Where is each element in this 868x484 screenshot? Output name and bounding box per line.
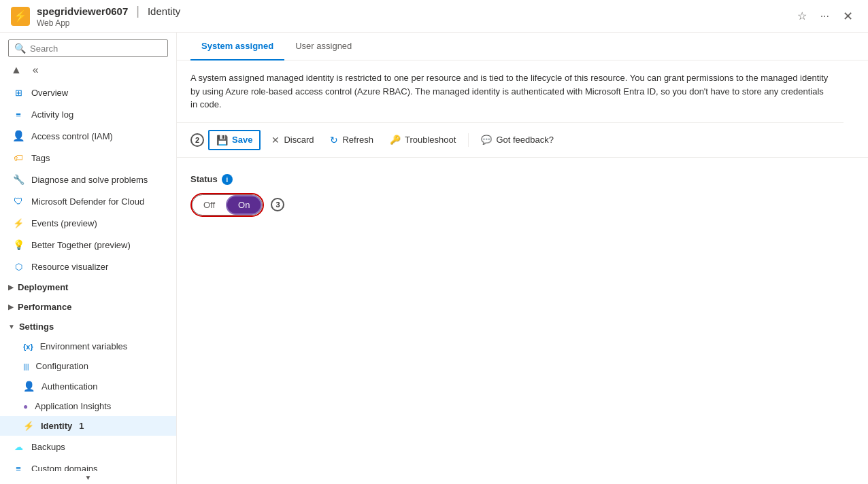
- top-bar: ⚡ spegridviewer0607 | Identity Web App ☆…: [0, 0, 868, 33]
- sidebar-item-defender[interactable]: 🛡 Microsoft Defender for Cloud: [0, 190, 176, 212]
- troubleshoot-label: Troubleshoot: [405, 135, 456, 145]
- events-icon: ⚡: [12, 217, 24, 229]
- sidebar-item-access-control[interactable]: 👤 Access control (IAM): [0, 125, 176, 147]
- sidebar-item-overview[interactable]: ⊞ Overview: [0, 82, 176, 103]
- sidebar-item-tags[interactable]: 🏷 Tags: [0, 147, 176, 169]
- sidebar-item-env-vars[interactable]: {x} Environment variables: [0, 336, 176, 356]
- nav-up-button[interactable]: ▲: [8, 63, 24, 77]
- sidebar-item-label-tags: Tags: [31, 153, 50, 163]
- title-separator: |: [136, 4, 139, 18]
- settings-chevron: ▼: [8, 323, 15, 330]
- better-together-icon: 💡: [12, 239, 24, 251]
- toggle-on-label[interactable]: On: [226, 195, 262, 215]
- top-bar-title-group: spegridviewer0607 | Identity Web App: [37, 4, 180, 28]
- sidebar-item-identity[interactable]: ⚡ Identity 1: [0, 416, 176, 436]
- resource-icon: ⚡: [11, 7, 30, 26]
- sidebar-group-label-performance: Performance: [18, 302, 71, 312]
- save-button[interactable]: 💾 Save: [208, 130, 261, 150]
- tab-system-assigned-label: System assigned: [201, 41, 273, 51]
- discard-button[interactable]: ✕ Discard: [265, 131, 320, 149]
- feedback-label: Got feedback?: [496, 135, 554, 145]
- sidebar-identity-step-badge: 1: [79, 421, 84, 431]
- resource-name: spegridviewer0607: [37, 5, 128, 17]
- close-button[interactable]: ✕: [839, 6, 857, 27]
- sidebar-item-label-resource-visualizer: Resource visualizer: [31, 262, 108, 272]
- nav-collapse-button[interactable]: «: [30, 63, 41, 77]
- access-control-icon: 👤: [12, 130, 24, 142]
- authentication-icon: 👤: [23, 381, 35, 392]
- search-container[interactable]: 🔍: [8, 39, 168, 57]
- toggle-wrapper: Off On: [190, 193, 264, 217]
- feedback-button[interactable]: 💬 Got feedback?: [474, 131, 561, 148]
- sidebar-item-custom-domains[interactable]: ≡ Custom domains: [0, 457, 176, 471]
- sidebar-item-diagnose[interactable]: 🔧 Diagnose and solve problems: [0, 169, 176, 190]
- main-content: System assigned User assigned A system a…: [177, 33, 868, 484]
- overview-icon: ⊞: [12, 86, 24, 99]
- sidebar-item-label-identity: Identity: [41, 421, 72, 431]
- sidebar-item-app-insights[interactable]: ● Application Insights: [0, 396, 176, 416]
- tab-user-assigned[interactable]: User assigned: [284, 33, 363, 60]
- discard-label: Discard: [284, 135, 314, 145]
- tab-user-assigned-label: User assigned: [295, 41, 352, 51]
- sidebar-item-label-custom-domains: Custom domains: [31, 464, 98, 472]
- sidebar-item-configuration[interactable]: ||| Configuration: [0, 356, 176, 376]
- sidebar-scroll-down[interactable]: ▼: [0, 471, 176, 484]
- sidebar-group-performance[interactable]: ▶ Performance: [0, 297, 176, 317]
- sidebar: 🔍 ▲ « ⊞ Overview ≡ Activity log 👤 Access…: [0, 33, 177, 484]
- content-description: A system assigned managed identity is re…: [177, 60, 844, 123]
- refresh-icon: ↻: [330, 135, 338, 145]
- content-tabs: System assigned User assigned: [177, 33, 868, 60]
- status-section: Status i Off On 3: [190, 174, 854, 217]
- sidebar-item-label-configuration: Configuration: [36, 361, 88, 371]
- sidebar-group-label-settings: Settings: [19, 322, 54, 332]
- sidebar-item-label-authentication: Authentication: [41, 381, 97, 392]
- identity-icon: ⚡: [23, 421, 34, 431]
- sidebar-group-label-deployment: Deployment: [18, 282, 68, 292]
- deployment-chevron: ▶: [8, 283, 14, 291]
- app-insights-icon: ●: [23, 402, 28, 411]
- troubleshoot-button[interactable]: 🔑 Troubleshoot: [383, 131, 463, 148]
- resource-icon-glyph: ⚡: [14, 10, 27, 22]
- sidebar-item-activity-log[interactable]: ≡ Activity log: [0, 103, 176, 125]
- sidebar-item-label-env-vars: Environment variables: [40, 341, 128, 351]
- sidebar-items: ⊞ Overview ≡ Activity log 👤 Access contr…: [0, 82, 176, 471]
- favorite-button[interactable]: ☆: [793, 7, 811, 25]
- troubleshoot-icon: 🔑: [390, 135, 401, 145]
- tab-system-assigned[interactable]: System assigned: [190, 33, 284, 60]
- resource-visualizer-icon: ⬡: [12, 260, 24, 273]
- performance-chevron: ▶: [8, 303, 14, 311]
- sidebar-item-label-activity-log: Activity log: [31, 109, 73, 120]
- sidebar-item-events[interactable]: ⚡ Events (preview): [0, 212, 176, 234]
- sidebar-nav-controls: ▲ «: [0, 63, 176, 82]
- sidebar-item-label-backups: Backups: [31, 442, 65, 452]
- toolbar-step-number: 2: [190, 133, 204, 147]
- refresh-button[interactable]: ↻ Refresh: [323, 131, 380, 149]
- sidebar-item-label-events: Events (preview): [31, 218, 97, 228]
- description-text: A system assigned managed identity is re…: [190, 73, 828, 109]
- backups-icon: ☁: [12, 440, 24, 453]
- toggle-off-label[interactable]: Off: [193, 196, 226, 213]
- scroll-down-arrow: ▼: [85, 474, 92, 481]
- sidebar-item-label-access-control: Access control (IAM): [31, 131, 113, 141]
- activity-log-icon: ≡: [12, 108, 24, 120]
- diagnose-icon: 🔧: [12, 173, 24, 186]
- configuration-icon: |||: [23, 362, 29, 370]
- sidebar-item-better-together[interactable]: 💡 Better Together (preview): [0, 234, 176, 256]
- status-info-icon[interactable]: i: [222, 174, 233, 185]
- more-options-button[interactable]: ···: [816, 7, 833, 25]
- sidebar-item-label-better-together: Better Together (preview): [31, 240, 131, 250]
- sidebar-group-settings[interactable]: ▼ Settings: [0, 317, 176, 336]
- toggle-step-badge: 3: [271, 198, 284, 211]
- custom-domains-icon: ≡: [12, 462, 24, 471]
- sidebar-item-label-defender: Microsoft Defender for Cloud: [31, 196, 144, 207]
- feedback-icon: 💬: [481, 135, 492, 145]
- sidebar-item-resource-visualizer[interactable]: ⬡ Resource visualizer: [0, 256, 176, 277]
- save-label: Save: [232, 135, 252, 145]
- sidebar-item-authentication[interactable]: 👤 Authentication: [0, 376, 176, 396]
- sidebar-item-backups[interactable]: ☁ Backups: [0, 436, 176, 457]
- search-input[interactable]: [30, 44, 162, 54]
- toggle-switch[interactable]: Off On: [192, 194, 263, 215]
- defender-icon: 🛡: [12, 195, 24, 207]
- main-layout: 🔍 ▲ « ⊞ Overview ≡ Activity log 👤 Access…: [0, 33, 868, 484]
- sidebar-group-deployment[interactable]: ▶ Deployment: [0, 277, 176, 297]
